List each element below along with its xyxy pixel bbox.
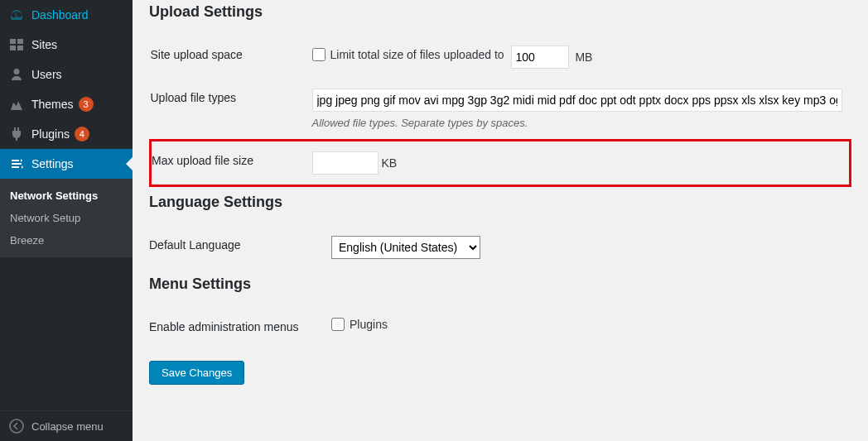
collapse-icon: [8, 418, 25, 434]
svg-point-0: [10, 419, 23, 433]
plugins-menu-checkbox[interactable]: [331, 318, 345, 331]
plugins-menu-label[interactable]: Plugins: [331, 318, 388, 331]
file-types-input[interactable]: [312, 89, 842, 112]
themes-icon: [8, 96, 25, 113]
collapse-label: Collapse menu: [31, 420, 104, 433]
upload-space-unit: MB: [575, 50, 592, 64]
upload-settings-table: Site upload space Limit total size of fi…: [149, 36, 851, 187]
menu-settings-table: Enable administration menus Plugins: [149, 308, 851, 346]
limit-upload-text: Limit total size of files uploaded to: [330, 48, 504, 61]
sidebar-item-dashboard[interactable]: Dashboard: [0, 0, 133, 30]
sidebar-item-sites[interactable]: Sites: [0, 30, 133, 60]
sites-icon: [8, 36, 25, 53]
sidebar-item-label: Sites: [31, 38, 57, 51]
sidebar-item-users[interactable]: Users: [0, 60, 133, 89]
admin-sidebar: Dashboard Sites Users Themes 3 Plugins 4…: [0, 0, 133, 441]
plugins-menu-text: Plugins: [350, 318, 388, 331]
submenu-network-setup[interactable]: Network Setup: [0, 207, 133, 229]
max-upload-size-unit: KB: [381, 156, 397, 170]
max-upload-size-row: Max upload file size KB: [151, 141, 851, 186]
upload-settings-heading: Upload Settings: [149, 3, 851, 21]
max-upload-size-label: Max upload file size: [151, 141, 312, 186]
submenu-network-settings[interactable]: Network Settings: [0, 185, 133, 207]
default-language-label: Default Language: [149, 226, 331, 269]
default-language-row: Default Language English (United States): [149, 226, 851, 269]
settings-submenu: Network Settings Network Setup Breeze: [0, 179, 133, 257]
language-settings-heading: Language Settings: [149, 194, 851, 211]
sidebar-item-label: Plugins: [31, 127, 70, 141]
settings-icon: [8, 156, 25, 172]
upload-space-input[interactable]: [511, 46, 569, 69]
dashboard-icon: [8, 7, 25, 23]
limit-upload-checkbox[interactable]: [312, 48, 326, 61]
limit-upload-label[interactable]: Limit total size of files uploaded to: [312, 48, 504, 61]
submenu-breeze[interactable]: Breeze: [0, 229, 133, 252]
sidebar-item-plugins[interactable]: Plugins 4: [0, 119, 133, 149]
site-upload-space-row: Site upload space Limit total size of fi…: [151, 36, 851, 79]
users-icon: [8, 66, 25, 83]
admin-menus-row: Enable administration menus Plugins: [149, 308, 851, 346]
sidebar-item-label: Dashboard: [31, 8, 89, 22]
admin-menus-label: Enable administration menus: [149, 308, 331, 346]
menu-settings-heading: Menu Settings: [149, 276, 851, 293]
upload-file-types-label: Upload file types: [151, 79, 312, 141]
sidebar-item-label: Users: [31, 68, 62, 81]
plugins-icon: [8, 126, 25, 142]
site-upload-space-label: Site upload space: [151, 36, 312, 79]
file-types-description: Allowed file types. Separate types by sp…: [312, 117, 842, 129]
sidebar-item-label: Themes: [31, 98, 74, 111]
language-settings-table: Default Language English (United States): [149, 226, 851, 269]
default-language-select[interactable]: English (United States): [331, 236, 480, 259]
sidebar-item-label: Settings: [31, 157, 74, 170]
upload-file-types-row: Upload file types Allowed file types. Se…: [151, 79, 851, 141]
content-area: Upload Settings Site upload space Limit …: [133, 0, 868, 441]
update-badge: 3: [79, 97, 94, 112]
sidebar-item-settings[interactable]: Settings: [0, 149, 133, 179]
update-badge: 4: [75, 127, 89, 141]
max-upload-size-input[interactable]: [312, 151, 379, 175]
sidebar-item-themes[interactable]: Themes 3: [0, 89, 133, 119]
collapse-menu[interactable]: Collapse menu: [0, 410, 133, 441]
save-changes-button[interactable]: Save Changes: [149, 361, 244, 385]
